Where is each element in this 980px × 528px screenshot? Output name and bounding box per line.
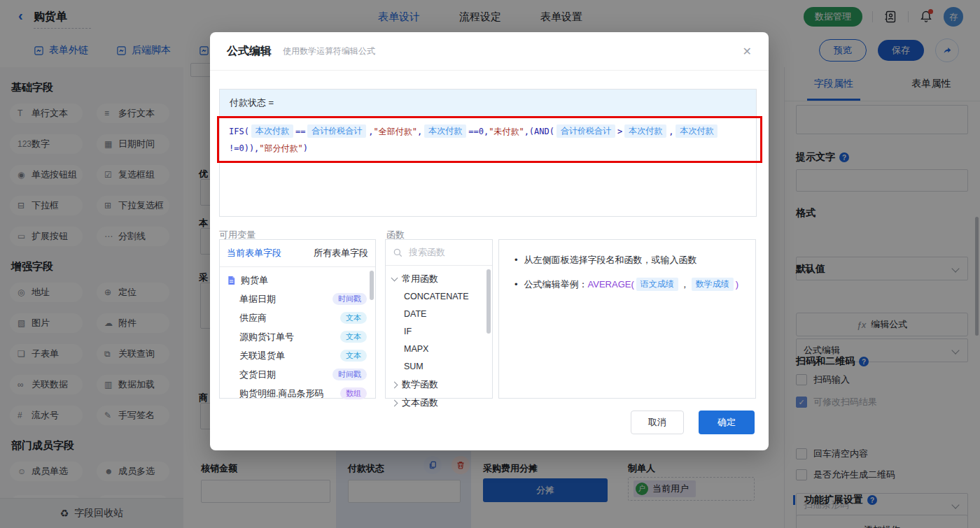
formula-token: !=0)), [229,143,259,153]
formula-token: , [417,127,422,136]
functions-scrollbar[interactable] [486,269,491,334]
modal-subtitle: 使用数学运算符编辑公式 [283,45,375,57]
confirm-button[interactable]: 确定 [699,411,755,434]
formula-token: IFS( [229,127,249,136]
variables-root-label: 购货单 [241,274,268,287]
help-example: 公式编辑举例：AVERAGE(语文成绩，数学成绩) [524,278,739,292]
formula-field-chip[interactable]: 本次付款 [624,124,666,138]
variable-row-交货日期[interactable]: 交货日期时间戳 [220,365,375,384]
variable-name: 交货日期 [239,369,276,381]
variable-type-badge: 时间戳 [332,369,367,380]
formula-target: 付款状态 = [220,90,756,117]
tab-current-form-fields[interactable]: 当前表单字段 [227,247,281,259]
variable-row-单据日期[interactable]: 单据日期时间戳 [220,290,375,308]
variables-root-node[interactable]: 购货单 [220,271,375,290]
formula-token: , [368,127,373,136]
function-item-SUM[interactable]: SUM [386,358,492,376]
tree-chevron-icon [391,399,398,406]
variable-name: 源购货订单号 [239,331,294,343]
formula-token: > [617,127,622,136]
function-group-常用函数[interactable]: 常用函数 [386,270,492,288]
example-token: ， [680,279,690,290]
function-search-placeholder: 搜索函数 [409,246,445,259]
variable-type-badge: 文本 [340,331,367,343]
variables-panel: 当前表单字段 所有表单字段 购货单 单据日期时间戳供应商文本源购货订单号文本关联… [219,239,376,399]
variable-row-供应商[interactable]: 供应商文本 [220,308,375,327]
close-icon[interactable]: ✕ [743,45,752,58]
variable-name: 关联退货单 [239,350,285,362]
help-tip-1-text: 从左侧面板选择字段名和函数，或输入函数 [524,253,697,267]
variable-row-购货明细.商品条形码[interactable]: 购货明细.商品条形码数组 [220,384,375,403]
tab-all-form-fields[interactable]: 所有表单字段 [314,247,368,259]
form-doc-icon [227,276,236,285]
function-group-文本函数[interactable]: 文本函数 [386,394,492,412]
formula-token: ) [303,143,308,153]
variables-scrollbar[interactable] [370,271,374,300]
function-group-label: 数学函数 [402,378,438,391]
formula-token: , [668,127,673,136]
function-item-MAPX[interactable]: MAPX [386,341,492,358]
bullet: • [514,253,518,267]
variable-name: 购货明细.商品条形码 [239,387,324,400]
variable-type-badge: 文本 [340,350,367,362]
variable-type-badge: 文本 [340,312,367,324]
formula-code[interactable]: IFS(本次付款==合计价税合计,"全部付款",本次付款==0,"未付款",(A… [220,117,738,163]
example-field-chip: 数学成绩 [692,278,734,291]
example-field-chip: 语文成绩 [636,278,678,291]
tree-chevron-icon [391,275,398,282]
variable-name: 供应商 [239,312,267,324]
function-item-DATE[interactable]: DATE [386,306,492,323]
modal-title: 公式编辑 [227,44,272,59]
formula-field-chip[interactable]: 本次付款 [424,124,466,138]
formula-field-chip[interactable]: 本次付款 [676,124,718,138]
variable-type-badge: 数组 [340,387,367,399]
help-tip-2: • 公式编辑举例：AVERAGE(语文成绩，数学成绩) [514,278,746,292]
function-search[interactable]: 搜索函数 [386,240,492,266]
variable-row-源购货订单号[interactable]: 源购货订单号文本 [220,327,375,346]
bullet: • [514,278,518,292]
variable-type-badge: 时间戳 [332,293,367,305]
functions-panel: 搜索函数 常用函数CONCATENATEDATEIFMAPXSUM数学函数文本函… [385,239,493,399]
example-token: AVERAGE( [588,279,634,290]
variables-tabs: 当前表单字段 所有表单字段 [220,240,375,267]
formula-token: ,(AND( [524,127,554,136]
function-group-数学函数[interactable]: 数学函数 [386,376,492,394]
example-token: ) [736,279,738,290]
help-tip-1: • 从左侧面板选择字段名和函数，或输入函数 [514,253,746,267]
formula-token: ==0, [468,127,489,136]
formula-editor[interactable]: 付款状态 = IFS(本次付款==合计价税合计,"全部付款",本次付款==0,"… [219,89,757,217]
variable-row-关联退货单[interactable]: 关联退货单文本 [220,346,375,365]
function-item-IF[interactable]: IF [386,323,492,341]
formula-token: "未付款" [489,127,524,136]
formula-edit-modal: 公式编辑 使用数学运算符编辑公式 ✕ 付款状态 = IFS(本次付款==合计价税… [210,32,769,450]
search-icon [393,248,403,258]
function-group-label: 文本函数 [402,397,438,409]
formula-field-chip[interactable]: 合计价税合计 [556,124,615,138]
formula-token: "部分付款" [259,143,302,153]
cancel-button[interactable]: 取消 [631,411,684,434]
formula-field-chip[interactable]: 合计价税合计 [307,124,366,138]
example-token: 公式编辑举例： [524,279,588,290]
variable-name: 单据日期 [239,293,276,306]
formula-token: "全部付款" [374,127,417,136]
formula-token: == [295,127,305,136]
function-group-label: 常用函数 [402,273,438,285]
tree-chevron-icon [391,381,398,388]
modal-header: 公式编辑 使用数学运算符编辑公式 ✕ [210,32,769,71]
formula-help-panel: • 从左侧面板选择字段名和函数，或输入函数 • 公式编辑举例：AVERAGE(语… [498,239,756,399]
formula-field-chip[interactable]: 本次付款 [251,124,293,138]
function-item-CONCATENATE[interactable]: CONCATENATE [386,288,492,306]
